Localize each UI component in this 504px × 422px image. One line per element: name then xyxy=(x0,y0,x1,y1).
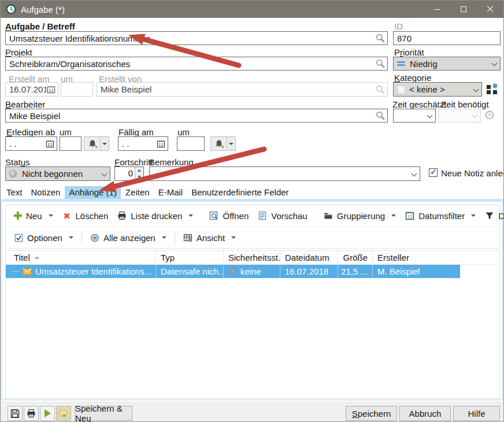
project-label: Projekt xyxy=(5,47,32,57)
id-input[interactable]: 870 xyxy=(393,31,501,45)
play-icon xyxy=(45,409,51,417)
progress-stepper[interactable]: 0 xyxy=(114,166,144,181)
stopwatch-icon xyxy=(485,110,494,120)
dropdown-caret-icon xyxy=(471,214,476,217)
category-label: Kategorie xyxy=(394,73,431,83)
minimize-button[interactable] xyxy=(424,1,450,18)
time-estimated-select[interactable] xyxy=(393,109,436,123)
svg-text:12: 12 xyxy=(407,214,413,220)
attachments-toolbar: Neu Löschen Liste drucken Öffnen Vorscha… xyxy=(5,205,500,249)
delete-attachment-button[interactable]: Löschen xyxy=(58,209,113,223)
start-icon-button[interactable] xyxy=(40,406,55,421)
checkbox-icon xyxy=(14,233,23,242)
calendar-icon: 12 xyxy=(405,211,414,220)
column-header-ersteller[interactable]: Ersteller xyxy=(373,251,460,264)
priority-select[interactable]: Niedrig xyxy=(393,57,501,71)
calendar-icon[interactable]: 12 xyxy=(45,139,54,149)
created-on-input: 16.07.2018 12 xyxy=(5,82,58,97)
date-filter-button[interactable]: 12 Datumsfilter xyxy=(401,209,480,223)
datasafe-icon-button xyxy=(56,406,71,421)
svg-text:12: 12 xyxy=(158,142,164,147)
sort-ascending-icon xyxy=(35,256,39,259)
save-icon-button[interactable] xyxy=(8,406,23,421)
tab-zeiten[interactable]: Zeiten xyxy=(121,186,154,199)
assignee-input[interactable]: Mike Beispiel xyxy=(5,109,388,123)
column-header-dateidatum[interactable]: Dateidatum xyxy=(280,251,338,264)
maximize-button[interactable] xyxy=(450,1,477,18)
id-label: ID xyxy=(394,21,403,31)
print-icon-button[interactable] xyxy=(24,406,39,421)
tab-text[interactable]: Text xyxy=(2,186,27,199)
created-time-input xyxy=(61,82,93,97)
import-folder-icon xyxy=(59,409,68,418)
help-button[interactable]: Hilfe xyxy=(453,406,500,421)
column-header-titel[interactable]: Titel xyxy=(6,251,156,264)
close-button[interactable] xyxy=(477,1,503,18)
start-reminder-button[interactable]: ✶ xyxy=(84,136,109,151)
show-all-button[interactable]: Alle anzeigen xyxy=(86,231,171,245)
time-needed-select xyxy=(438,109,481,123)
due-time-input[interactable] xyxy=(177,136,205,151)
clock-app-icon xyxy=(6,4,16,14)
category-select[interactable]: < keine > xyxy=(393,82,482,97)
cancel-button[interactable]: Abbruch xyxy=(399,406,451,421)
save-and-new-button[interactable]: Speichern & Neu xyxy=(75,406,132,421)
search-icon[interactable] xyxy=(376,59,385,68)
subject-label: Aufgabe / Betreff xyxy=(5,21,75,31)
due-reminder-button[interactable]: ✶ xyxy=(210,136,236,151)
calendar-icon[interactable]: 12 xyxy=(156,139,165,149)
due-time-label: um xyxy=(177,127,190,137)
svg-text:✶: ✶ xyxy=(221,145,224,149)
category-picker-button[interactable] xyxy=(487,84,497,94)
attachments-table: Titel Typ Sicherheitsst. Dateidatum Größ… xyxy=(5,250,500,399)
print-list-button[interactable]: Liste drucken xyxy=(113,209,198,223)
options-button[interactable]: Optionen xyxy=(9,231,78,245)
tab-bar: Text Notizen Anhänge (1) Zeiten E-Mail B… xyxy=(2,186,294,199)
column-header-typ[interactable]: Typ xyxy=(156,251,224,264)
chevron-down-icon xyxy=(227,137,235,150)
printer-icon xyxy=(117,211,127,220)
start-on-input[interactable]: . . 12 xyxy=(5,136,57,151)
project-input[interactable]: Schreibkram/Organisatorisches xyxy=(5,57,388,71)
new-attachment-button[interactable]: Neu xyxy=(9,209,58,223)
time-estimated-label: Zeit geschätzt xyxy=(392,99,446,109)
view-button[interactable]: Ansicht xyxy=(179,231,240,245)
svg-text:✶: ✶ xyxy=(95,145,97,149)
open-button[interactable]: Öffnen xyxy=(205,209,253,223)
created-by-input: Mike Beispiel xyxy=(97,82,388,97)
shield-icon xyxy=(228,267,238,276)
document-type-button[interactable]: Dokumenttyp xyxy=(480,209,504,223)
table-row[interactable]: Umsatzsteuer Identifikations... Datensaf… xyxy=(6,265,460,278)
chevron-down-icon xyxy=(412,171,417,177)
tab-email[interactable]: E-Mail xyxy=(154,186,187,199)
search-icon xyxy=(376,85,385,94)
status-select[interactable]: Nicht begonnen xyxy=(5,166,110,181)
due-on-input[interactable]: . . 12 xyxy=(118,136,168,151)
remark-combo[interactable] xyxy=(149,166,420,181)
save-button[interactable]: Speichern xyxy=(346,406,397,421)
status-not-started-icon xyxy=(9,170,17,177)
preview-button[interactable]: Vorschau xyxy=(253,209,312,223)
window-title: Aufgabe (*) xyxy=(21,5,65,14)
subject-input[interactable]: Umsatzsteuer Identifikationsnummer xyxy=(5,31,388,45)
plus-icon xyxy=(14,212,22,220)
tab-anhaenge[interactable]: Anhänge (1) xyxy=(65,186,121,199)
column-header-groesse[interactable]: Größe xyxy=(338,251,373,264)
delete-x-icon xyxy=(62,211,72,220)
new-note-label: Neue Notiz anlegen xyxy=(441,168,504,178)
spinner-buttons[interactable] xyxy=(135,167,143,180)
start-time-input[interactable] xyxy=(60,136,81,151)
tab-notizen[interactable]: Notizen xyxy=(27,186,65,199)
tab-benutzerdefinierte-felder[interactable]: Benutzerdefinierte Felder xyxy=(187,186,292,199)
folder-icon xyxy=(324,211,333,220)
search-icon[interactable] xyxy=(376,111,385,120)
new-note-checkbox[interactable] xyxy=(429,168,438,177)
document-lines-icon xyxy=(258,211,267,220)
priority-low-icon xyxy=(397,60,405,67)
time-needed-label: Zeit benötigt xyxy=(441,99,489,109)
search-icon[interactable] xyxy=(376,34,385,43)
column-header-sicherheitsstufe[interactable]: Sicherheitsst. xyxy=(224,251,280,264)
grouping-button[interactable]: Gruppierung xyxy=(319,209,401,223)
assignee-label: Bearbeiter xyxy=(5,99,45,109)
eye-icon xyxy=(90,233,99,242)
